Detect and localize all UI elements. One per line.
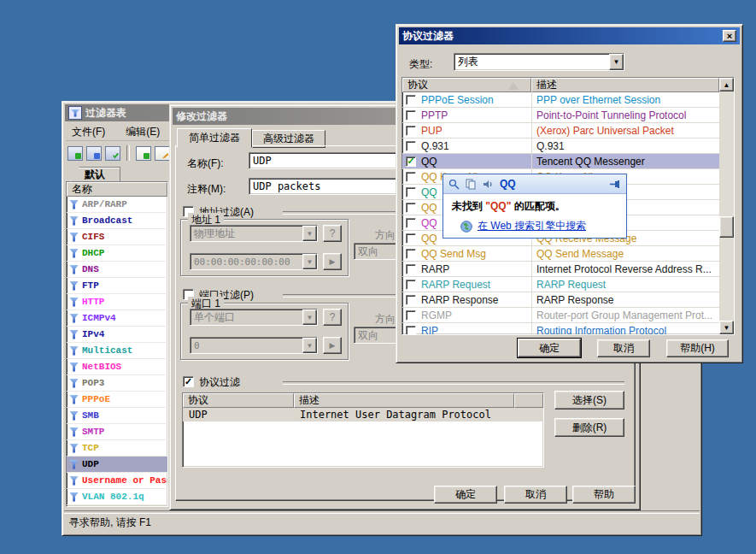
open-filter-table-icon[interactable] bbox=[86, 146, 102, 161]
menu-file[interactable]: 文件(F) bbox=[66, 123, 111, 141]
ok-button[interactable]: 确定 bbox=[518, 339, 581, 357]
list-item[interactable]: VLAN 802.1q bbox=[67, 489, 167, 505]
protocol-row[interactable]: PPPoE SessionPPP over Ethernet Session bbox=[402, 92, 719, 108]
list-item-label: CIFS bbox=[82, 232, 104, 242]
tab-default[interactable]: 默认 bbox=[69, 167, 120, 182]
combo-arrow-icon[interactable]: ▼ bbox=[302, 226, 317, 241]
protocol-row[interactable]: PUP(Xerox) Parc Universal Packet bbox=[402, 123, 719, 138]
add-filter-table-icon[interactable] bbox=[67, 146, 83, 161]
cancel-button[interactable]: 取消 bbox=[597, 339, 650, 357]
protocol-checkbox[interactable] bbox=[406, 233, 416, 244]
edit-filter-icon[interactable] bbox=[155, 146, 170, 161]
protocol-filter-titlebar[interactable]: 协议过滤器 × bbox=[399, 27, 740, 44]
new-filter-icon[interactable] bbox=[136, 146, 151, 161]
protocol-filter-checkbox[interactable]: ✓ bbox=[183, 376, 194, 387]
list-item[interactable]: DHCP bbox=[67, 245, 167, 262]
list-item[interactable]: Broadcast bbox=[67, 213, 167, 229]
tab-simple-filter[interactable]: 简单过滤器 bbox=[177, 128, 252, 148]
list-item[interactable]: SMTP bbox=[67, 424, 167, 440]
list-item[interactable]: HTTP bbox=[67, 294, 167, 310]
list-item-label: TCP bbox=[82, 443, 99, 453]
address-type-combo[interactable]: 物理地址 ▼ bbox=[190, 225, 318, 242]
port-help-button[interactable]: ? bbox=[323, 309, 342, 326]
protocol-checkbox[interactable] bbox=[406, 310, 416, 321]
copy-icon[interactable] bbox=[466, 179, 477, 190]
list-item[interactable]: POP3 bbox=[67, 375, 167, 392]
list-item[interactable]: ARP/RARP bbox=[67, 197, 167, 213]
web-search-link[interactable]: 在 Web 搜索引擎中搜索 bbox=[478, 219, 586, 233]
address-value-combo[interactable]: 00:00:00:00:00:00 ▼ bbox=[190, 253, 318, 270]
protocol-checkbox[interactable] bbox=[406, 95, 416, 105]
combo-arrow-icon[interactable]: ▼ bbox=[609, 54, 624, 70]
ok-button[interactable]: 确定 bbox=[434, 486, 497, 504]
list-item[interactable]: NetBIOS bbox=[67, 359, 167, 375]
port-value-combo[interactable]: 0 ▼ bbox=[190, 337, 318, 354]
scrollbar[interactable]: ▲ ▼ bbox=[719, 78, 734, 334]
protocol-row[interactable]: RARP RequestRARP Request bbox=[402, 277, 719, 292]
list-item[interactable]: DNS bbox=[67, 262, 167, 278]
speaker-icon[interactable] bbox=[483, 179, 494, 190]
protocol-table-header-desc[interactable]: 描述 bbox=[294, 393, 514, 408]
protocol-row[interactable]: RARPInternet Protocol Reverse Address R.… bbox=[402, 262, 719, 277]
protocol-checkbox[interactable] bbox=[406, 249, 416, 259]
protocol-checkbox[interactable] bbox=[406, 172, 416, 182]
protocol-row[interactable]: PPTPPoint-to-Point Tunneling Protocol bbox=[402, 108, 719, 123]
protocol-row[interactable]: ✓QQTencent QQ Messenger bbox=[402, 154, 719, 169]
protocol-row[interactable]: RARP ResponseRARP Response bbox=[402, 292, 719, 308]
menu-edit[interactable]: 编辑(E) bbox=[120, 123, 166, 141]
table-row[interactable]: UDPInternet User Datagram Protocol bbox=[183, 408, 543, 421]
list-item-label: UDP bbox=[82, 459, 99, 469]
port-browse-button[interactable]: ▶ bbox=[323, 337, 342, 354]
list-item[interactable]: FTP bbox=[67, 278, 167, 294]
protocol-checkbox[interactable] bbox=[406, 280, 416, 290]
combo-arrow-icon[interactable]: ▼ bbox=[302, 309, 317, 325]
combo-arrow-icon[interactable]: ▼ bbox=[302, 338, 317, 353]
protocol-checkbox[interactable] bbox=[406, 218, 416, 228]
column-header-desc[interactable]: 描述 bbox=[531, 78, 719, 92]
list-item[interactable]: ICMPv4 bbox=[67, 310, 167, 327]
protocol-table-header-protocol[interactable]: 协议 bbox=[183, 393, 294, 408]
protocol-checkbox[interactable] bbox=[406, 126, 416, 136]
check-filter-table-icon[interactable] bbox=[105, 146, 120, 161]
list-item[interactable]: TCP bbox=[67, 440, 167, 457]
port-type-combo[interactable]: 单个端口 ▼ bbox=[190, 309, 318, 326]
search-icon[interactable] bbox=[448, 179, 460, 190]
help-button[interactable]: 帮助(H) bbox=[666, 339, 729, 357]
list-item[interactable]: SMB bbox=[67, 408, 167, 424]
protocol-row[interactable]: Q.931Q.931 bbox=[402, 138, 719, 154]
address-browse-button[interactable]: ▶ bbox=[323, 253, 342, 270]
combo-arrow-icon[interactable]: ▼ bbox=[302, 254, 317, 269]
address-help-button[interactable]: ? bbox=[323, 225, 342, 242]
protocol-row[interactable]: RGMPRouter-port Group Management Prot... bbox=[402, 308, 719, 323]
list-item[interactable]: UDP bbox=[67, 457, 167, 473]
select-button[interactable]: 选择(S) bbox=[554, 391, 624, 410]
pin-icon[interactable] bbox=[609, 179, 621, 190]
list-item[interactable]: Multicast bbox=[67, 343, 167, 359]
close-icon[interactable]: × bbox=[723, 30, 736, 42]
protocol-checkbox[interactable]: ✓ bbox=[406, 156, 416, 167]
protocol-row[interactable]: RIPRouting Information Protocol bbox=[402, 323, 719, 334]
list-item[interactable]: IPv4 bbox=[67, 327, 167, 343]
list-item[interactable]: PPPoE bbox=[67, 392, 167, 408]
type-combo[interactable]: 列表 ▼ bbox=[454, 53, 624, 71]
protocol-checkbox[interactable] bbox=[406, 203, 416, 213]
column-header-protocol[interactable]: 协议 bbox=[402, 78, 531, 92]
protocol-checkbox[interactable] bbox=[406, 326, 416, 335]
protocol-checkbox[interactable] bbox=[406, 264, 416, 274]
filter-list-column-header[interactable]: 名称 bbox=[67, 182, 167, 197]
scroll-up-icon[interactable]: ▲ bbox=[719, 78, 734, 91]
list-item[interactable]: CIFS bbox=[67, 229, 167, 245]
protocol-checkbox[interactable] bbox=[406, 187, 416, 197]
scroll-down-icon[interactable]: ▼ bbox=[719, 321, 734, 334]
help-button[interactable]: 帮助 bbox=[572, 486, 636, 504]
scrollbar-thumb[interactable] bbox=[719, 216, 734, 238]
protocol-name-cell: RARP Response bbox=[402, 294, 531, 306]
protocol-row[interactable]: QQ Send MsgQQ Send Message bbox=[402, 246, 719, 262]
protocol-checkbox[interactable] bbox=[406, 295, 416, 305]
list-item[interactable]: Username or Pass bbox=[67, 473, 167, 489]
protocol-name: QQ bbox=[421, 233, 437, 245]
protocol-checkbox[interactable] bbox=[406, 141, 416, 151]
cancel-button[interactable]: 取消 bbox=[504, 486, 567, 504]
delete-button[interactable]: 删除(R) bbox=[554, 418, 624, 437]
protocol-checkbox[interactable] bbox=[406, 110, 416, 121]
